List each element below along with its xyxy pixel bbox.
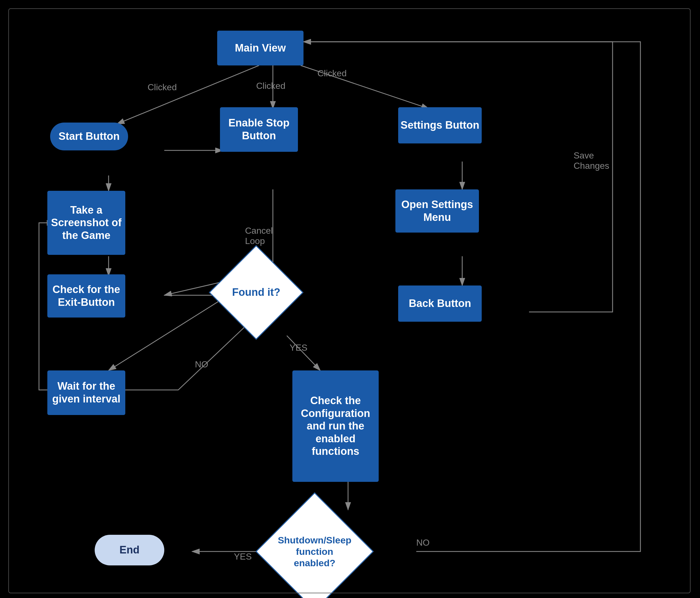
clicked-label-1: Clicked bbox=[148, 82, 177, 93]
clicked-label-3: Clicked bbox=[318, 68, 347, 78]
main-view-node: Main View bbox=[217, 31, 303, 66]
settings-button-node: Settings Button bbox=[398, 107, 482, 144]
yes-label-2: YES bbox=[234, 551, 252, 562]
check-exit-node: Check for theExit-Button bbox=[47, 274, 125, 318]
flowchart-diagram: Main View Start Button Enable StopButton… bbox=[22, 14, 677, 585]
check-config-node: Check theConfigurationand run theenabled… bbox=[292, 370, 379, 482]
save-changes-label: SaveChanges bbox=[574, 150, 609, 171]
no-label-2: NO bbox=[416, 538, 430, 548]
svg-line-10 bbox=[108, 295, 228, 370]
cancel-loop-label: CancelLoop bbox=[245, 226, 273, 246]
wait-interval-node: Wait for thegiven interval bbox=[47, 370, 125, 415]
svg-line-9 bbox=[287, 335, 320, 370]
shutdown-diamond: Shutdown/Sleepfunction enabled? bbox=[256, 493, 374, 598]
no-label-1: NO bbox=[195, 359, 208, 370]
clicked-label-2: Clicked bbox=[256, 81, 285, 91]
end-node: End bbox=[95, 535, 164, 566]
take-screenshot-node: Take aScreenshot ofthe Game bbox=[47, 191, 125, 255]
start-button-node: Start Button bbox=[50, 123, 128, 150]
found-it-diamond: Found it? bbox=[209, 245, 303, 340]
enable-stop-node: Enable StopButton bbox=[220, 107, 298, 152]
open-settings-node: Open SettingsMenu bbox=[395, 190, 479, 232]
back-button-node: Back Button bbox=[398, 285, 482, 322]
yes-label-1: YES bbox=[290, 343, 307, 353]
